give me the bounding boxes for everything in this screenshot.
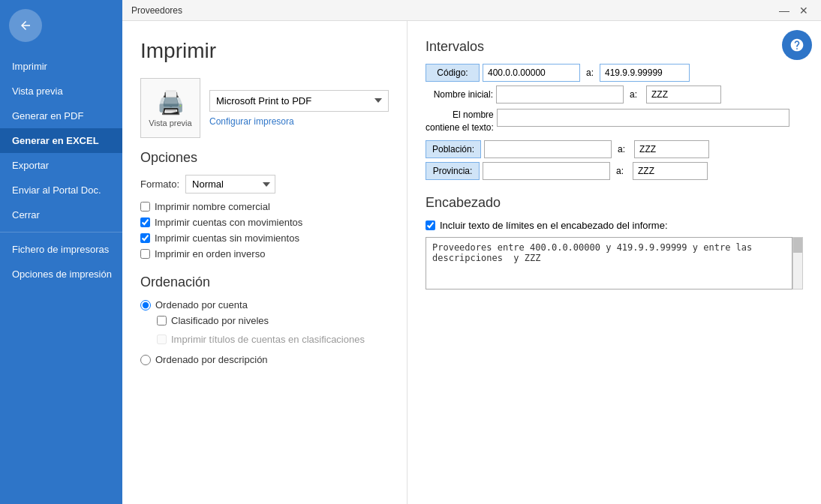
nombre-inicial-a-label: a: [627,89,640,100]
radio-por-cuenta-label[interactable]: Ordenado por cuenta [155,299,248,310]
radio-group: Ordenado por cuenta Clasificado por nive… [140,299,389,365]
printer-config-link[interactable]: Configurar impresora [209,116,389,127]
sidebar: Imprimir Vista previa Generar en PDF Gen… [0,0,122,504]
radio-por-descripcion-label[interactable]: Ordenado por descripción [155,354,268,365]
sidebar-item-cerrar[interactable]: Cerrar [0,202,122,227]
sidebar-nav: Imprimir Vista previa Generar en PDF Gen… [0,54,122,286]
preview-label: Vista previa [149,118,191,128]
encabezado-title: Encabezado [426,195,803,211]
poblacion-label-box: Población: [426,140,481,158]
provincia-from-input[interactable] [483,162,610,180]
content-area: Imprimir 🖨️ Vista previa Microsoft Print… [122,21,821,504]
poblacion-a-label: a: [615,144,628,154]
printer-select[interactable]: Microsoft Print to PDF [209,90,389,112]
codigo-a-label: a: [583,68,597,78]
radio-por-descripcion[interactable] [140,355,151,365]
intervalos-title: Intervalos [426,39,803,55]
codigo-from-input[interactable] [483,64,580,82]
encabezado-checkbox-row: Incluir texto de límites en el encabezad… [426,220,803,231]
format-row: Formato: Normal [140,175,389,194]
encabezado-scrollbar[interactable] [792,237,803,290]
nombre-contiene-input[interactable] [497,109,789,127]
ordenacion-section: Ordenación Ordenado por cuenta Clasifica… [140,274,389,365]
main-area: Proveedores — ✕ Imprimir 🖨️ Vista previa… [122,0,821,504]
printer-icon: 🖨️ [157,89,185,116]
nombre-inicial-to-input[interactable] [646,86,721,104]
checkbox-orden-inverso-label[interactable]: Imprimir en orden inverso [155,248,265,260]
encabezado-section: Encabezado Incluir texto de límites en e… [426,195,803,290]
sidebar-divider [0,232,122,232]
checkbox-clasificado-niveles-label[interactable]: Clasificado por niveles [171,315,269,326]
encabezado-checkbox-label[interactable]: Incluir texto de límites en el encabezad… [440,220,668,231]
radio-por-descripcion-row: Ordenado por descripción [140,354,389,365]
radio-por-cuenta[interactable] [140,300,151,310]
encabezado-textarea[interactable]: Proveedores entre 400.0.0.00000 y 419.9.… [426,237,792,290]
sidebar-item-exportar[interactable]: Exportar [0,153,122,178]
encabezado-checkbox[interactable] [426,220,435,230]
codigo-label-box: Código: [426,64,480,82]
checkbox-imprimir-titulos[interactable] [157,334,167,344]
printer-select-wrapper: Microsoft Print to PDF Configurar impres… [209,90,389,127]
help-button[interactable] [782,30,812,60]
sidebar-item-opciones-impresion[interactable]: Opciones de impresión [0,262,122,286]
checkbox-nombre-comercial-label[interactable]: Imprimir nombre comercial [155,201,270,212]
window-title: Proveedores [131,5,182,16]
poblacion-to-input[interactable] [634,140,709,158]
preview-box: 🖨️ Vista previa [140,78,200,138]
checkbox-row-2: Imprimir cuentas sin movimientos [140,232,389,244]
nombre-inicial-from-input[interactable] [496,86,624,104]
sidebar-item-fichero-impresoras[interactable]: Fichero de impresoras [0,237,122,262]
minimize-button[interactable]: — [776,2,792,19]
printer-section: 🖨️ Vista previa Microsoft Print to PDF C… [140,78,389,138]
checkbox-sin-movimientos-label[interactable]: Imprimir cuentas sin movimientos [155,232,299,244]
sidebar-item-imprimir[interactable]: Imprimir [0,54,122,79]
format-select[interactable]: Normal [185,175,275,194]
provincia-label-box: Provincia: [426,162,480,180]
checkbox-row-3: Imprimir en orden inverso [140,248,389,260]
radio-por-cuenta-row: Ordenado por cuenta [140,299,389,310]
sidebar-item-generar-excel[interactable]: Generar en EXCEL [0,128,122,153]
page-title: Imprimir [140,39,389,63]
codigo-to-input[interactable] [600,64,690,82]
format-label: Formato: [140,178,179,190]
checkbox-nombre-comercial[interactable] [140,202,150,212]
checkbox-row-1: Imprimir cuentas con movimientos [140,217,389,228]
radio-sub: Clasificado por niveles Imprimir títulos… [157,315,389,350]
sub-checkbox-row-1: Imprimir títulos de cuentas en clasifica… [157,334,389,345]
provincia-a-label: a: [613,166,627,176]
nombre-contiene-label: El nombre contiene el texto: [426,107,494,134]
sub-checkbox-row-0: Clasificado por niveles [157,315,389,326]
left-panel: Imprimir 🖨️ Vista previa Microsoft Print… [122,21,407,504]
intervalos-section: Intervalos Código: a: Nombre inicial: a: [426,39,803,180]
close-button[interactable]: ✕ [795,2,812,19]
poblacion-from-input[interactable] [484,140,612,158]
provincia-to-input[interactable] [633,162,708,180]
title-bar: Proveedores — ✕ [122,0,821,21]
checkbox-sin-movimientos[interactable] [140,233,150,243]
ordenacion-title: Ordenación [140,274,389,290]
title-bar-controls: — ✕ [776,2,812,19]
sidebar-item-generar-pdf[interactable]: Generar en PDF [0,104,122,128]
opciones-section: Opciones Formato: Normal Imprimir nombre… [140,150,389,260]
sidebar-item-enviar-portal[interactable]: Enviar al Portal Doc. [0,178,122,202]
opciones-title: Opciones [140,150,389,166]
right-panel: Intervalos Código: a: Nombre inicial: a: [407,21,821,504]
nombre-inicial-label: Nombre inicial: [426,89,493,100]
checkbox-con-movimientos-label[interactable]: Imprimir cuentas con movimientos [155,217,302,228]
checkbox-imprimir-titulos-label[interactable]: Imprimir títulos de cuentas en clasifica… [171,334,365,345]
checkbox-orden-inverso[interactable] [140,249,150,259]
scrollbar-thumb[interactable] [793,238,802,253]
back-button[interactable] [9,9,42,42]
checkbox-clasificado-niveles[interactable] [157,316,167,326]
sidebar-item-vista-previa[interactable]: Vista previa [0,79,122,104]
encabezado-textarea-wrapper: Proveedores entre 400.0.0.00000 y 419.9.… [426,237,803,290]
checkbox-row-0: Imprimir nombre comercial [140,201,389,212]
checkbox-con-movimientos[interactable] [140,218,150,227]
